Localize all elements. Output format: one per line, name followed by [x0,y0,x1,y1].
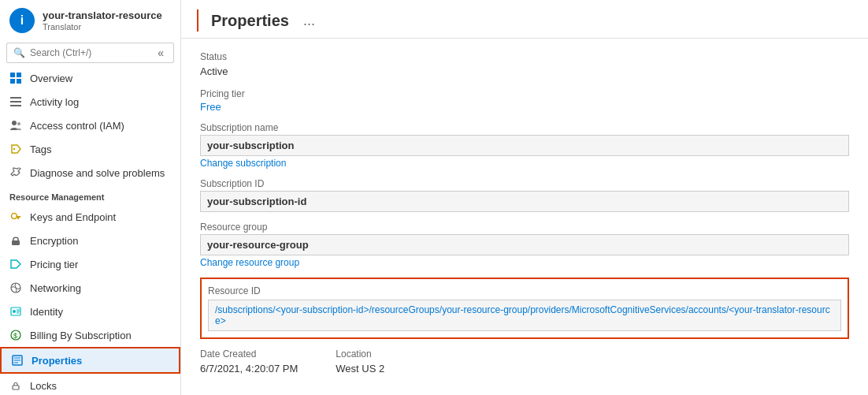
sidebar: i your-translator-resource Translator 🔍 … [0,0,181,395]
change-subscription-link[interactable]: Change subscription [200,158,286,169]
billing-icon: $ [9,329,22,341]
sidebar-item-encryption[interactable]: Encryption [0,229,180,252]
key-icon [9,211,22,223]
date-created-value: 6/7/2021, 4:20:07 PM [200,363,298,375]
resource-id-value[interactable]: /subscriptions/<your-subscription-id>/re… [208,300,841,331]
pricing-icon [9,258,22,270]
sidebar-item-label-iam: Access control (IAM) [30,120,124,132]
sidebar-item-label-overview: Overview [30,73,72,84]
wrench-icon [9,166,22,179]
sidebar-item-label-pricing: Pricing tier [30,259,78,270]
sidebar-item-pricing-tier[interactable]: Pricing tier [0,252,180,276]
sidebar-item-label-properties: Properties [32,355,82,367]
search-input[interactable] [30,47,150,58]
properties-icon [11,354,24,367]
resource-name: your-translator-resource [43,9,162,22]
properties-content: Status Active Pricing tier Free Subscrip… [181,39,868,395]
search-icon: 🔍 [13,47,25,58]
status-value: Active [200,65,228,77]
svg-rect-18 [13,386,19,389]
sidebar-item-activity-log[interactable]: Activity log [0,90,180,114]
page-header: Properties ... [181,0,868,39]
sidebar-item-label-tags: Tags [30,143,51,155]
list-icon [9,95,22,108]
resource-subtitle: Translator [43,22,162,32]
subscription-name-label: Subscription name [200,122,849,133]
sidebar-item-locks[interactable]: Locks [0,374,180,395]
svg-point-10 [12,214,17,219]
location-label: Location [336,348,384,360]
network-icon [9,281,22,294]
sidebar-item-identity[interactable]: Identity [0,300,180,323]
pricing-tier-section: Pricing tier Free [200,88,849,113]
svg-rect-2 [10,79,15,84]
resource-group-input[interactable]: your-resource-group [200,234,849,255]
sidebar-item-label-billing: Billing By Subscription [30,330,132,341]
people-icon [9,119,22,132]
sidebar-item-properties[interactable]: Properties [0,347,180,374]
subscription-id-input[interactable]: your-subscription-id [200,191,849,212]
subscription-name-section: Subscription name your-subscription Chan… [200,122,849,169]
sidebar-item-billing[interactable]: $ Billing By Subscription [0,323,180,347]
sidebar-item-label-encryption: Encryption [30,235,78,247]
header-divider [197,9,198,32]
resource-id-label: Resource ID [208,285,841,296]
status-label: Status [200,51,228,62]
svg-rect-1 [17,73,21,77]
change-resource-group-link[interactable]: Change resource group [200,257,299,268]
grid-icon [9,72,22,84]
svg-point-9 [13,148,15,150]
main-content: Properties ... Status Active Pricing tie… [181,0,868,395]
svg-rect-0 [10,73,15,77]
identity-icon [9,305,22,318]
resource-group-section: Resource group your-resource-group Chang… [200,222,849,268]
location-section: Location West US 2 [336,348,384,375]
date-created-section: Date Created 6/7/2021, 4:20:07 PM [200,348,298,375]
sidebar-item-label-keys: Keys and Endpoint [30,211,116,223]
sidebar-item-label-locks: Locks [30,380,57,392]
resource-info: your-translator-resource Translator [43,9,162,32]
pricing-tier-label: Pricing tier [200,88,849,99]
subscription-id-section: Subscription ID your-subscription-id [200,178,849,212]
sidebar-item-access-control[interactable]: Access control (IAM) [0,114,180,137]
resource-management-section: Resource Management [0,184,180,205]
page-menu-button[interactable]: ... [299,11,320,31]
sidebar-item-networking[interactable]: Networking [0,276,180,300]
sidebar-item-diagnose[interactable]: Diagnose and solve problems [0,161,180,184]
status-section: Status Active [200,51,228,77]
collapse-button[interactable]: « [154,47,167,59]
svg-rect-6 [10,105,21,106]
resource-icon: i [9,8,35,33]
svg-rect-3 [17,79,21,84]
sidebar-item-overview[interactable]: Overview [0,66,180,90]
subscription-name-input[interactable]: your-subscription [200,135,849,156]
svg-rect-11 [12,240,20,245]
locks-icon [9,379,22,392]
pricing-tier-value: Free [200,101,849,113]
location-value: West US 2 [336,363,384,375]
sidebar-item-keys[interactable]: Keys and Endpoint [0,205,180,229]
svg-point-8 [17,122,20,125]
sidebar-header: i your-translator-resource Translator [0,0,180,38]
resource-id-section: Resource ID /subscriptions/<your-subscri… [200,278,849,339]
svg-point-7 [12,121,17,125]
sidebar-item-label-activity-log: Activity log [30,96,79,108]
sidebar-item-label-networking: Networking [30,282,81,294]
svg-rect-4 [10,97,21,99]
sidebar-item-label-identity: Identity [30,306,63,318]
sidebar-item-tags[interactable]: Tags [0,137,180,161]
page-title: Properties [211,12,289,30]
svg-point-14 [13,310,16,313]
tag-icon [9,143,22,155]
resource-group-label: Resource group [200,222,849,233]
search-box[interactable]: 🔍 « [6,43,174,63]
subscription-id-label: Subscription ID [200,178,849,189]
svg-text:$: $ [13,332,17,340]
date-created-label: Date Created [200,348,298,360]
lock-icon [9,234,22,247]
sidebar-item-label-diagnose: Diagnose and solve problems [30,167,165,179]
svg-rect-5 [10,101,21,102]
